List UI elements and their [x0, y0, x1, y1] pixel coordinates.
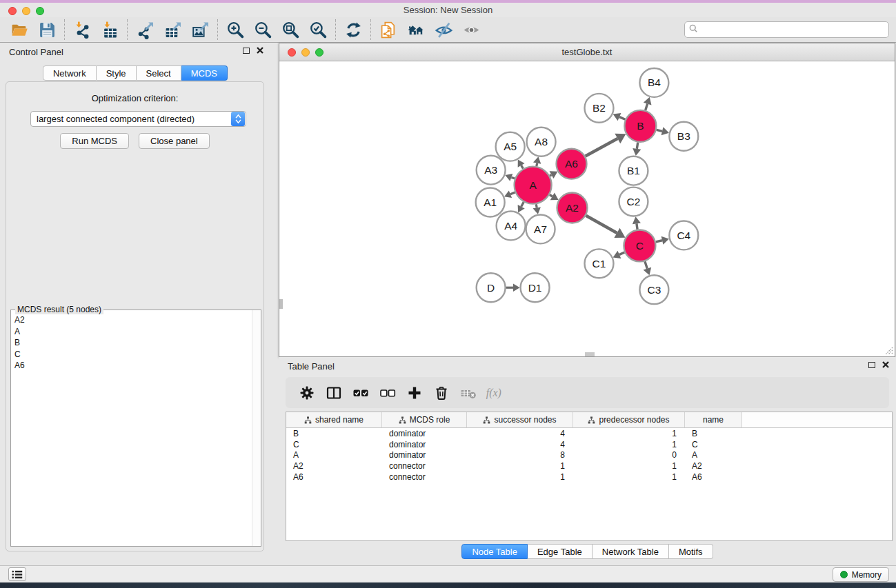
mcds-result-item[interactable]: A6 — [12, 360, 251, 372]
mcds-result-item[interactable]: C — [12, 349, 251, 361]
cell[interactable]: dominator — [382, 450, 467, 460]
mcds-result-item[interactable]: B — [12, 337, 251, 349]
node-D[interactable]: D — [477, 273, 506, 302]
cell[interactable]: 1 — [573, 461, 685, 471]
import-network-icon[interactable] — [68, 19, 96, 41]
cell[interactable]: A — [685, 450, 742, 460]
column-header-name[interactable]: name — [685, 412, 742, 427]
node-A1[interactable]: A1 — [476, 188, 505, 217]
select-all-checkboxes-icon[interactable] — [350, 382, 371, 404]
tab-network[interactable]: Network — [43, 65, 97, 81]
cell[interactable]: 4 — [467, 429, 573, 438]
column-header-successor-nodes[interactable]: successor nodes — [467, 412, 573, 427]
column-header-MCDS-role[interactable]: MCDS role — [382, 412, 467, 427]
search-box[interactable] — [684, 21, 889, 38]
float-panel-icon[interactable] — [243, 48, 250, 54]
node-B1[interactable]: B1 — [619, 156, 648, 185]
node-A4[interactable]: A4 — [497, 211, 526, 240]
task-history-button[interactable] — [8, 567, 26, 581]
tab-motifs[interactable]: Motifs — [669, 544, 713, 559]
cell[interactable]: B — [685, 429, 742, 438]
edge-A6-B[interactable] — [586, 134, 626, 156]
export-table-icon[interactable] — [159, 19, 186, 41]
zoom-in-icon[interactable] — [221, 19, 249, 41]
export-image-icon[interactable] — [186, 19, 214, 41]
cell[interactable]: 1 — [573, 440, 685, 449]
node-C[interactable]: C — [624, 230, 655, 261]
node-A3[interactable]: A3 — [477, 156, 506, 185]
settings-icon[interactable] — [297, 382, 317, 404]
edge-A-A4[interactable] — [518, 202, 525, 212]
delete-column-icon[interactable] — [431, 382, 452, 404]
zoom-selected-icon[interactable] — [304, 19, 332, 41]
cell[interactable]: A6 — [286, 472, 382, 482]
table-row-A2[interactable]: A2connector11A2 — [286, 460, 892, 472]
table-row-C[interactable]: Cdominator41C — [286, 439, 892, 450]
node-A2[interactable]: A2 — [557, 193, 588, 223]
cell[interactable]: A2 — [685, 461, 742, 471]
close-panel-button[interactable]: Close panel — [139, 133, 210, 149]
horizontal-scroll-nub[interactable] — [585, 352, 595, 356]
table-row-A[interactable]: Adominator80A — [286, 450, 892, 461]
cell[interactable]: dominator — [382, 429, 467, 438]
tab-select[interactable]: Select — [137, 65, 181, 81]
tab-mcds[interactable]: MCDS — [181, 65, 228, 81]
edge-C-C2[interactable] — [633, 216, 641, 229]
tab-edge-table[interactable]: Edge Table — [528, 544, 593, 559]
node-B2[interactable]: B2 — [585, 94, 614, 123]
refresh-icon[interactable] — [339, 19, 367, 41]
node-A7[interactable]: A7 — [526, 214, 555, 243]
tab-style[interactable]: Style — [97, 65, 137, 81]
cell[interactable]: A6 — [685, 472, 742, 482]
mcds-list-scrollbar[interactable] — [252, 310, 261, 546]
edge-B-B4[interactable] — [644, 97, 652, 110]
cell[interactable]: B — [286, 429, 382, 438]
tab-node-table[interactable]: Node Table — [461, 544, 528, 559]
split-view-icon[interactable] — [323, 382, 344, 404]
node-B3[interactable]: B3 — [669, 122, 698, 151]
cell[interactable]: connector — [382, 461, 467, 471]
cell[interactable]: A2 — [286, 461, 382, 471]
zoom-fit-icon[interactable] — [277, 19, 304, 41]
cell[interactable]: connector — [382, 472, 467, 482]
node-A[interactable]: A — [515, 167, 552, 204]
export-network-icon[interactable] — [131, 19, 159, 41]
node-B[interactable]: B — [624, 110, 656, 142]
duplicate-network-icon[interactable] — [375, 19, 402, 41]
node-D1[interactable]: D1 — [521, 273, 550, 302]
network-graph[interactable]: B4B2BB3A8A5A6A3B1AC2A1A2A4A7C4CC1DD1C3 — [279, 61, 895, 356]
search-input[interactable] — [698, 23, 888, 37]
edge-C-C4[interactable] — [656, 236, 669, 245]
node-B4[interactable]: B4 — [639, 68, 668, 97]
edge-A2-C[interactable] — [586, 216, 626, 238]
node-C3[interactable]: C3 — [639, 275, 668, 304]
edge-C-C3[interactable] — [644, 261, 652, 275]
run-mcds-button[interactable]: Run MCDS — [60, 133, 129, 149]
network-canvas[interactable]: B4B2BB3A8A5A6A3B1AC2A1A2A4A7C4CC1DD1C3 — [279, 61, 895, 356]
column-header-shared-name[interactable]: shared name — [286, 412, 382, 427]
cell[interactable]: dominator — [382, 440, 467, 449]
edge-A-A2[interactable] — [550, 193, 559, 201]
table-row-A6[interactable]: A6connector11A6 — [286, 472, 892, 483]
save-session-icon[interactable] — [33, 19, 61, 41]
cell[interactable]: C — [286, 440, 382, 449]
edge-B-B3[interactable] — [657, 127, 669, 135]
add-column-icon[interactable] — [404, 382, 425, 404]
cell[interactable]: A — [286, 450, 382, 460]
zoom-out-icon[interactable] — [249, 19, 277, 41]
optimization-criterion-dropdown[interactable]: largest connected component (directed) — [30, 111, 246, 127]
vertical-scroll-nub[interactable] — [279, 299, 283, 309]
edge-D-D1[interactable] — [506, 283, 520, 291]
cell[interactable]: C — [685, 440, 742, 449]
hide-eye-icon[interactable] — [430, 19, 457, 41]
mcds-result-item[interactable]: A — [12, 326, 251, 338]
memory-button[interactable]: Memory — [833, 567, 889, 582]
open-file-icon[interactable] — [6, 19, 33, 41]
column-header-predecessor-nodes[interactable]: predecessor nodes — [573, 412, 685, 427]
cell[interactable]: 1 — [573, 472, 685, 482]
cell[interactable]: 1 — [467, 461, 573, 471]
resize-grip[interactable] — [884, 345, 893, 355]
node-C1[interactable]: C1 — [585, 249, 614, 278]
cell[interactable]: 1 — [573, 429, 685, 438]
table-row-B[interactable]: Bdominator41B — [286, 428, 892, 439]
